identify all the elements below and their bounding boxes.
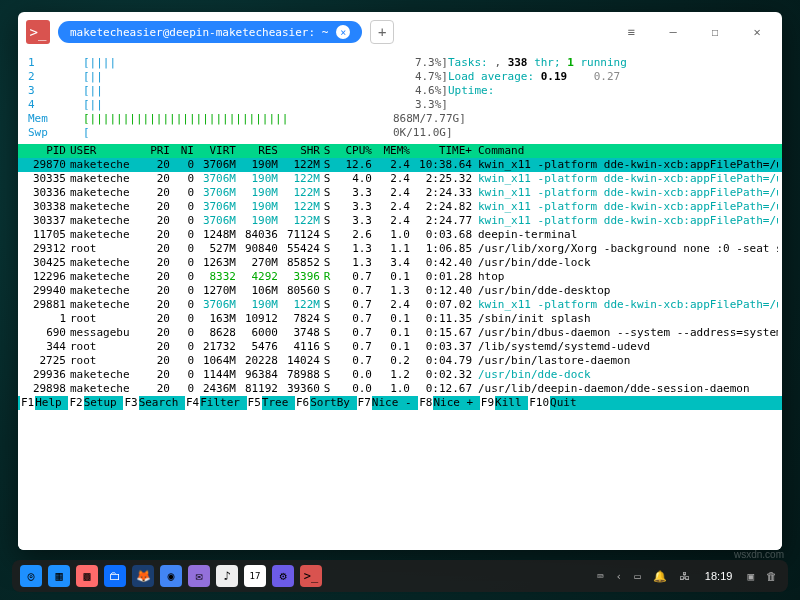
process-row[interactable]: 11705 maketeche 20 0 1248M 84036 71124 S… (18, 228, 782, 242)
app-icon-2[interactable]: ✉ (188, 565, 210, 587)
fkey: F3 (123, 396, 138, 410)
files-icon[interactable]: 🗀 (104, 565, 126, 587)
cpu-bar: [|||| (83, 56, 393, 70)
chrome-icon[interactable]: ◉ (160, 565, 182, 587)
load-2: 0.27 (594, 70, 621, 83)
process-row[interactable]: 30338 maketeche 20 0 3706M 190M 122M S 3… (18, 200, 782, 214)
process-row[interactable]: 12296 maketeche 20 0 8332 4292 3396 R 0.… (18, 270, 782, 284)
process-row[interactable]: 30425 maketeche 20 0 1263M 270M 85852 S … (18, 256, 782, 270)
tray-keyboard-icon[interactable]: ⌨ (594, 570, 607, 583)
tray-desktop-icon[interactable]: ▣ (744, 570, 757, 583)
close-button[interactable]: ✕ (740, 20, 774, 44)
mem-value: 868M/7.77G] (393, 112, 448, 126)
terminal-content[interactable]: 1[||||7.3%]2[||4.7%]3[||4.6%]4[||3.3%] M… (18, 52, 782, 550)
fkey: F2 (68, 396, 83, 410)
maximize-button[interactable]: ☐ (698, 20, 732, 44)
tray-display-icon[interactable]: ▭ (631, 570, 644, 583)
htop-summary: 1[||||7.3%]2[||4.7%]3[||4.6%]4[||3.3%] M… (18, 52, 782, 144)
fkey: F4 (185, 396, 200, 410)
process-row[interactable]: 344 root 20 0 21732 5476 4116 S 0.7 0.1 … (18, 340, 782, 354)
firefox-icon[interactable]: 🦊 (132, 565, 154, 587)
tray-chevron-icon[interactable]: ‹ (613, 570, 626, 583)
tasks-thr: 338 (508, 56, 528, 69)
process-list: 29870 maketeche 20 0 3706M 190M 122M S 1… (18, 158, 782, 396)
cpu-bar: [|| (83, 84, 393, 98)
watermark: wsxdn.com (734, 549, 784, 560)
tray-network-icon[interactable]: 🖧 (676, 570, 693, 583)
taskbar: ◎ ▦ ▩ 🗀 🦊 ◉ ✉ ♪ 17 ⚙ >_ ⌨ ‹ ▭ 🔔 🖧 18:19 … (12, 560, 788, 592)
titlebar: >_ maketecheasier@deepin-maketecheasier:… (18, 12, 782, 52)
process-row[interactable]: 29936 maketeche 20 0 1144M 96384 78988 S… (18, 368, 782, 382)
fkey: F10 (528, 396, 550, 410)
tray-notification-icon[interactable]: 🔔 (650, 570, 670, 583)
fkey: F7 (357, 396, 372, 410)
tasks-info: Tasks: , 338 thr; 1 running Load average… (448, 56, 627, 98)
cpu-num: 1 (28, 56, 83, 70)
uptime-label: Uptime: (448, 84, 494, 97)
swp-bar: [ (83, 126, 393, 140)
process-row[interactable]: 30337 maketeche 20 0 3706M 190M 122M S 3… (18, 214, 782, 228)
launcher-icon[interactable]: ◎ (20, 565, 42, 587)
process-row[interactable]: 29881 maketeche 20 0 3706M 190M 122M S 0… (18, 298, 782, 312)
cpu-pct: 3.3%] (393, 98, 448, 112)
tray-trash-icon[interactable]: 🗑 (763, 570, 780, 583)
cpu-bar: [|| (83, 98, 393, 112)
cpu-pct: 4.7%] (393, 70, 448, 84)
cpu-num: 3 (28, 84, 83, 98)
clock[interactable]: 18:19 (699, 570, 739, 582)
cpu-num: 2 (28, 70, 83, 84)
cpu-bar: [|| (83, 70, 393, 84)
mem-label: Mem (28, 112, 83, 126)
load-label: Load average: (448, 70, 534, 83)
tab-title: maketecheasier@deepin-maketecheasier: ~ (70, 26, 328, 39)
terminal-taskbar-icon[interactable]: >_ (300, 565, 322, 587)
swp-label: Swp (28, 126, 83, 140)
calendar-icon[interactable]: 17 (244, 565, 266, 587)
process-row[interactable]: 1 root 20 0 163M 10912 7824 S 0.7 0.1 0:… (18, 312, 782, 326)
new-tab-button[interactable]: + (370, 20, 394, 44)
terminal-window: >_ maketecheasier@deepin-maketecheasier:… (18, 12, 782, 550)
tab-close-icon[interactable]: × (336, 25, 350, 39)
fkey: F8 (418, 396, 433, 410)
app-icon-1[interactable]: ▩ (76, 565, 98, 587)
music-icon[interactable]: ♪ (216, 565, 238, 587)
process-row[interactable]: 29940 maketeche 20 0 1270M 106M 80560 S … (18, 284, 782, 298)
process-row[interactable]: 30336 maketeche 20 0 3706M 190M 122M S 3… (18, 186, 782, 200)
multitask-icon[interactable]: ▦ (48, 565, 70, 587)
process-row[interactable]: 29898 maketeche 20 0 2436M 81192 39360 S… (18, 382, 782, 396)
tasks-running: 1 (567, 56, 574, 69)
process-row[interactable]: 29870 maketeche 20 0 3706M 190M 122M S 1… (18, 158, 782, 172)
mem-bar: [|||||||||||||||||||||||||||||| (83, 112, 393, 126)
process-row[interactable]: 2725 root 20 0 1064M 20228 14024 S 0.7 0… (18, 354, 782, 368)
fkey: F9 (480, 396, 495, 410)
cpu-num: 4 (28, 98, 83, 112)
process-row[interactable]: 690 messagebu 20 0 8628 6000 3748 S 0.7 … (18, 326, 782, 340)
swp-value: 0K/11.0G] (393, 126, 448, 140)
minimize-button[interactable]: — (656, 20, 690, 44)
cpu-pct: 7.3%] (393, 56, 448, 70)
process-row[interactable]: 30335 maketeche 20 0 3706M 190M 122M S 4… (18, 172, 782, 186)
settings-icon[interactable]: ⚙ (272, 565, 294, 587)
tab-active[interactable]: maketecheasier@deepin-maketecheasier: ~ … (58, 21, 362, 43)
load-1: 0.19 (541, 70, 568, 83)
tasks-label: Tasks: (448, 56, 488, 69)
process-row[interactable]: 29312 root 20 0 527M 90840 55424 S 1.3 1… (18, 242, 782, 256)
function-keys: F1Help F2Setup F3Search F4Filter F5Tree … (18, 396, 782, 410)
process-header: PID USER PRI NI VIRT RES SHR S CPU% MEM%… (18, 144, 782, 158)
fkey: F5 (247, 396, 262, 410)
cpu-pct: 4.6%] (393, 84, 448, 98)
fkey: F1 (20, 396, 35, 410)
terminal-app-icon[interactable]: >_ (26, 20, 50, 44)
fkey: F6 (295, 396, 310, 410)
menu-button[interactable]: ≡ (614, 20, 648, 44)
